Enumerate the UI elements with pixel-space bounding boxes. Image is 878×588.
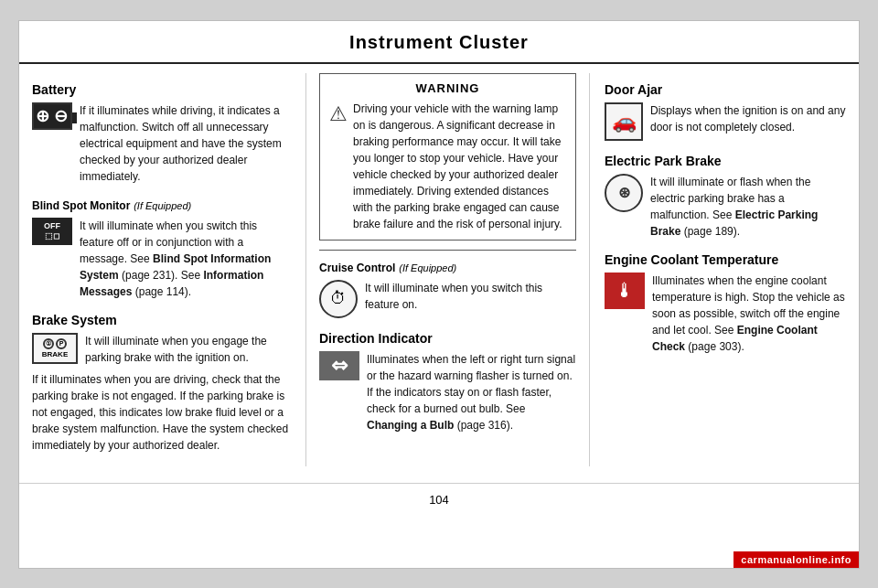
brake-title: Brake System	[32, 313, 291, 327]
brake-text1: It will illuminate when you engage the p…	[85, 333, 291, 366]
coolant-icon: 🌡	[605, 273, 645, 309]
left-column: Battery ⊕ ⊖ If it illuminates while driv…	[32, 73, 306, 466]
blind-spot-title: Blind Spot Monitor (If Equipped)	[32, 198, 291, 212]
brake-text2: If it illuminates when you are driving, …	[32, 371, 291, 454]
brake-icon: ① P BRAKE	[32, 333, 78, 364]
coolant-link: Engine Coolant Check	[652, 324, 818, 353]
battery-icon-text: ⊕ ⊖ If it illuminates while driving, it …	[32, 102, 291, 185]
coolant-icon-text: 🌡 Illuminates when the engine coolant te…	[605, 273, 846, 355]
epb-text: It will illuminate or flash when the ele…	[650, 174, 846, 240]
battery-section: Battery ⊕ ⊖ If it illuminates while driv…	[32, 82, 291, 185]
door-title: Door Ajar	[605, 82, 846, 97]
content-area: Battery ⊕ ⊖ If it illuminates while driv…	[19, 64, 859, 476]
door-text: Displays when the ignition is on and any…	[650, 102, 846, 135]
page-number: 104	[19, 483, 859, 514]
direction-icon: ⇔	[319, 351, 359, 380]
brake-icon-text: ① P BRAKE It will illuminate when you en…	[32, 333, 291, 366]
epb-icon: ⊛	[605, 174, 643, 212]
cruise-title: Cruise Control (If Equipped)	[319, 260, 576, 274]
warning-header: WARNING	[329, 81, 566, 95]
door-icon-text: 🚗 Displays when the ignition is on and a…	[605, 102, 846, 141]
divider	[319, 250, 576, 251]
cruise-text: It will illuminate when you switch this …	[365, 280, 576, 313]
blind-spot-icon: OFF⬚◻	[32, 218, 72, 245]
warning-box: WARNING ⚠ Driving your vehicle with the …	[319, 73, 576, 241]
direction-section: Direction Indicator ⇔ Illuminates when t…	[319, 331, 576, 433]
blind-spot-suffix: (If Equipped)	[134, 200, 191, 211]
bulb-link: Changing a Bulb	[367, 419, 454, 432]
battery-title: Battery	[32, 82, 291, 97]
door-section: Door Ajar 🚗 Displays when the ignition i…	[605, 82, 846, 141]
right-column: Door Ajar 🚗 Displays when the ignition i…	[590, 73, 846, 466]
blind-spot-text: It will illuminate when you switch this …	[80, 218, 291, 300]
page: Instrument Cluster Battery ⊕ ⊖ If it ill…	[18, 20, 860, 569]
warning-text: Driving your vehicle with the warning la…	[353, 101, 566, 232]
warning-icon: ⚠	[329, 102, 348, 126]
warning-body: ⚠ Driving your vehicle with the warning …	[329, 101, 566, 232]
cruise-icon-text: ⏱ It will illuminate when you switch thi…	[319, 280, 576, 318]
blind-spot-icon-text: OFF⬚◻ It will illuminate when you switch…	[32, 218, 291, 300]
coolant-section: Engine Coolant Temperature 🌡 Illuminates…	[605, 252, 846, 355]
epb-section: Electric Park Brake ⊛ It will illuminate…	[605, 154, 846, 240]
epb-link: Electric Parking Brake	[650, 208, 818, 238]
mid-column: WARNING ⚠ Driving your vehicle with the …	[306, 73, 590, 466]
battery-text: If it illuminates while driving, it indi…	[80, 102, 291, 185]
direction-text: Illuminates when the left or right turn …	[367, 351, 576, 433]
battery-icon: ⊕ ⊖	[32, 102, 72, 130]
cruise-suffix: (If Equipped)	[399, 262, 456, 273]
coolant-text: Illuminates when the engine coolant temp…	[652, 273, 846, 355]
epb-title: Electric Park Brake	[605, 154, 846, 168]
cruise-icon: ⏱	[319, 280, 358, 318]
epb-icon-text: ⊛ It will illuminate or flash when the e…	[605, 174, 846, 240]
page-title: Instrument Cluster	[19, 21, 859, 64]
direction-title: Direction Indicator	[319, 331, 576, 346]
watermark: carmanualonline.info	[733, 551, 859, 568]
direction-icon-text: ⇔ Illuminates when the left or right tur…	[319, 351, 576, 433]
door-icon: 🚗	[605, 102, 643, 141]
brake-section: Brake System ① P BRAKE It will illuminat…	[32, 313, 291, 454]
cruise-section: Cruise Control (If Equipped) ⏱ It will i…	[319, 260, 576, 318]
coolant-title: Engine Coolant Temperature	[605, 252, 846, 267]
blind-spot-section: Blind Spot Monitor (If Equipped) OFF⬚◻ I…	[32, 198, 291, 300]
